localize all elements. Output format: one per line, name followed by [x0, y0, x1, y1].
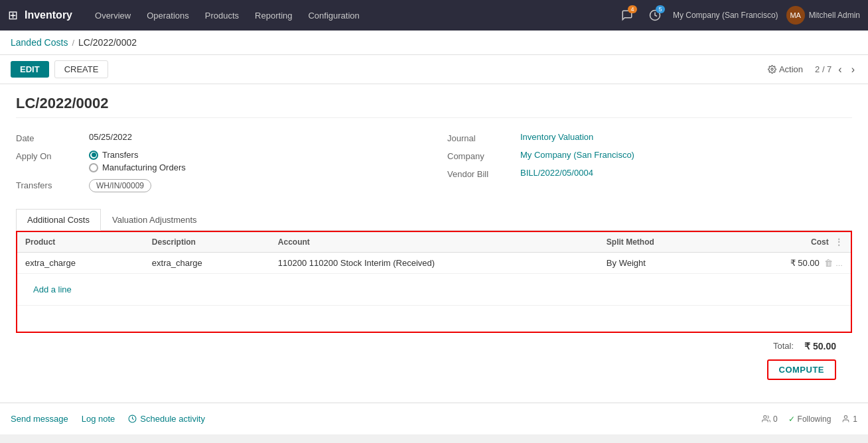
delete-row-icon[interactable]: 🗑 [824, 258, 833, 268]
user-name: Mitchell Admin [809, 11, 860, 20]
company-label: Company [447, 150, 514, 161]
action-button[interactable]: Action [761, 61, 810, 78]
action-label: Action [779, 64, 803, 74]
add-line-cell: Add a line [17, 274, 851, 306]
table-row: extra_charge extra_charge 110200 110200 … [17, 253, 851, 274]
date-label: Date [16, 132, 82, 143]
td-description[interactable]: extra_charge [144, 253, 270, 274]
apply-on-field-row: Apply On Transfers Manufacturing Orders [16, 147, 421, 176]
chat-badge: 4 [628, 5, 637, 13]
tab-additional-costs[interactable]: Additional Costs [16, 209, 101, 231]
users-badge[interactable]: 1 [841, 414, 857, 424]
td-product[interactable]: extra_charge [17, 253, 144, 274]
total-row: Total: ₹ 50.00 [16, 333, 852, 357]
company-field-row: Company My Company (San Francisco) [447, 147, 852, 164]
next-button[interactable]: › [849, 62, 857, 77]
footer-meta: 0 ✓ Following 1 [762, 414, 857, 424]
breadcrumb-separator: / [72, 38, 74, 48]
column-options-icon[interactable]: ⋮ [835, 237, 843, 247]
action-bar: EDIT CREATE Action 2 / 7 ‹ › [0, 55, 868, 84]
followers-count: 0 [773, 414, 778, 424]
footer: Send message Log note Schedule activity … [0, 403, 868, 434]
journal-label: Journal [447, 132, 514, 143]
radio-manufacturing[interactable]: Manufacturing Orders [89, 162, 186, 172]
compute-button[interactable]: COMPUTE [767, 359, 837, 380]
main-content: LC/2022/0002 Date 05/25/2022 Apply On Tr… [0, 84, 868, 403]
breadcrumb-current: LC/2022/0002 [78, 37, 137, 48]
radio-manufacturing-circle [89, 163, 98, 172]
th-account: Account [270, 231, 599, 253]
date-value: 05/25/2022 [89, 132, 132, 142]
users-icon [841, 414, 850, 423]
check-icon: ✓ [788, 414, 795, 424]
company-value[interactable]: My Company (San Francisco) [520, 150, 634, 160]
nav-overview[interactable]: Overview [88, 7, 137, 25]
schedule-activity-label: Schedule activity [140, 414, 205, 424]
brand-name[interactable]: Inventory [25, 9, 72, 21]
breadcrumb-parent[interactable]: Landed Costs [11, 37, 68, 48]
nav-reporting[interactable]: Reporting [248, 7, 299, 25]
svg-point-1 [771, 68, 773, 70]
additional-costs-table: Product Description Account Split Method… [16, 231, 852, 333]
journal-field-row: Journal Inventory Valuation [447, 129, 852, 147]
radio-transfers-label: Transfers [102, 150, 138, 160]
followers-badge[interactable]: 0 [762, 414, 778, 424]
th-product: Product [17, 231, 144, 253]
pagination-text: 2 / 7 [815, 64, 832, 74]
grid-icon[interactable]: ⊞ [8, 8, 18, 23]
create-button[interactable]: CREATE [54, 60, 109, 78]
journal-value[interactable]: Inventory Valuation [520, 132, 593, 142]
total-value: ₹ 50.00 [804, 341, 836, 351]
nav-products[interactable]: Products [198, 7, 246, 25]
th-description: Description [144, 231, 270, 253]
nav-operations[interactable]: Operations [140, 7, 196, 25]
send-message-button[interactable]: Send message [11, 414, 68, 424]
nav-items: Overview Operations Products Reporting C… [88, 7, 617, 25]
radio-transfers[interactable]: Transfers [89, 150, 186, 160]
tab-valuation-adjustments[interactable]: Valuation Adjustments [101, 209, 208, 231]
apply-on-options: Transfers Manufacturing Orders [89, 150, 186, 172]
td-split-method[interactable]: By Weight [599, 253, 720, 274]
chat-icon-button[interactable]: 4 [617, 5, 637, 25]
followers-icon [762, 414, 770, 423]
user-avatar: MA [786, 6, 805, 25]
users-count: 1 [853, 414, 857, 424]
schedule-activity-button[interactable]: Schedule activity [128, 414, 205, 424]
transfers-label: Transfers [16, 179, 82, 190]
transfer-badge[interactable]: WH/IN/00009 [89, 179, 151, 192]
company-name[interactable]: My Company (San Francisco) [673, 11, 778, 20]
vendor-bill-field-row: Vendor Bill BILL/2022/05/0004 [447, 164, 852, 182]
edit-button[interactable]: EDIT [11, 61, 49, 78]
clock-icon [128, 414, 137, 423]
total-label: Total: [773, 341, 794, 351]
svg-point-3 [764, 416, 766, 418]
table-header-row: Product Description Account Split Method… [17, 231, 851, 253]
log-note-button[interactable]: Log note [82, 414, 115, 424]
activity-icon-button[interactable]: 5 [645, 5, 665, 25]
user-menu[interactable]: MA Mitchell Admin [786, 6, 860, 25]
form-fields: Date 05/25/2022 Apply On Transfers Manuf… [16, 129, 852, 196]
radio-manufacturing-label: Manufacturing Orders [102, 162, 186, 172]
record-title: LC/2022/0002 [16, 95, 852, 118]
add-line-button[interactable]: Add a line [25, 279, 843, 300]
th-cost: Cost ⋮ [719, 231, 851, 253]
th-split-method: Split Method [599, 231, 720, 253]
transfers-field-row: Transfers WH/IN/00009 [16, 176, 421, 196]
vendor-bill-value[interactable]: BILL/2022/05/0004 [520, 168, 593, 178]
breadcrumb: Landed Costs / LC/2022/0002 [0, 31, 868, 55]
following-label: Following [798, 414, 832, 424]
pagination: 2 / 7 ‹ › [815, 62, 857, 77]
tabs: Additional Costs Valuation Adjustments [16, 209, 852, 231]
apply-on-label: Apply On [16, 150, 82, 161]
top-navigation: ⊞ Inventory Overview Operations Products… [0, 0, 868, 31]
form-container: LC/2022/0002 Date 05/25/2022 Apply On Tr… [0, 84, 868, 401]
nav-right: 4 5 My Company (San Francisco) MA Mitche… [617, 5, 860, 25]
svg-point-4 [845, 416, 847, 418]
activity-badge: 5 [656, 5, 665, 13]
nav-configuration[interactable]: Configuration [301, 7, 366, 25]
prev-button[interactable]: ‹ [835, 62, 844, 77]
following-badge[interactable]: ✓ Following [788, 414, 832, 424]
td-account[interactable]: 110200 110200 Stock Interim (Received) [270, 253, 599, 274]
vendor-bill-label: Vendor Bill [447, 168, 514, 179]
row-options-icon[interactable]: … [835, 259, 843, 267]
